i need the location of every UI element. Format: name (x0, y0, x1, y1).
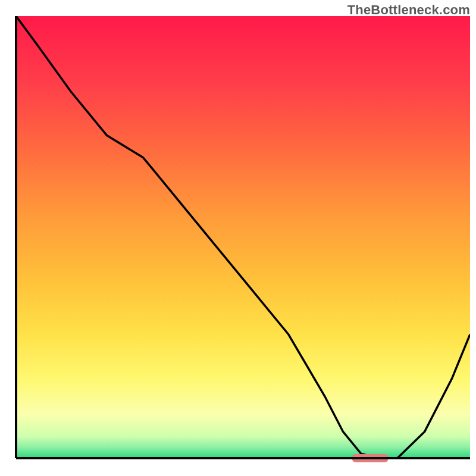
watermark-text: TheBottleneck.com (347, 2, 470, 18)
plot-svg (0, 0, 476, 476)
gradient-background (16, 16, 470, 458)
bottleneck-chart: TheBottleneck.com (0, 0, 476, 476)
